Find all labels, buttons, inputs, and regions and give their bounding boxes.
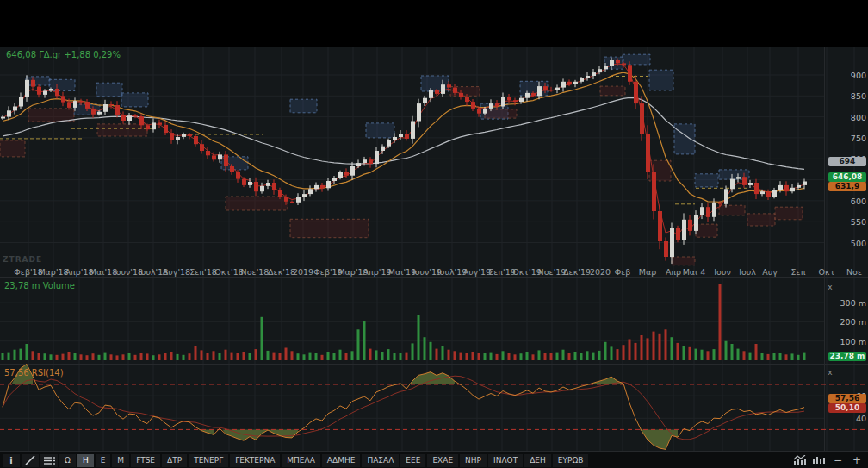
toolbar-button-ΠΑΣΑΛ[interactable]: ΠΑΣΑΛ [362,454,399,467]
trendline-tool-icon[interactable] [22,454,39,467]
price-axis-tick: 900 [830,71,866,80]
volume-axis-tick: 100 m [830,337,866,346]
time-axis-label: Νοε [830,267,868,277]
symbol-button-row: ΩΗΕΜFTSEΔΤΡΤΕΝΕΡΓΓΕΚΤΕΡΝΑΜΠΕΛΑΑΔΜΗΕΠΑΣΑΛ… [59,454,589,467]
toolbar-button-ΕΧΑΕ[interactable]: ΕΧΑΕ [427,454,458,467]
price-axis-tick: 600 [830,197,866,206]
price-axis-tick: 800 [830,113,866,122]
chart-canvas[interactable] [0,0,868,468]
toolbar-button-ΕΕΕ[interactable]: ΕΕΕ [400,454,425,467]
toolbar-button-Μ[interactable]: Μ [112,454,129,467]
toolbar-button-Η[interactable]: Η [78,454,94,467]
ma-slow-value-badge: 694 [828,157,866,166]
volume-axis-tick: 300 m [830,298,866,308]
toolbar-button-ΑΔΜΗΕ[interactable]: ΑΔΜΗΕ [322,454,361,467]
price-axis-tick: 750 [830,134,866,143]
info-icon[interactable]: i [3,454,20,467]
toolbar-button-ΔΕΗ[interactable]: ΔΕΗ [524,454,551,467]
volume-axis-tick: 200 m [830,317,866,327]
toolbar-button-Ω[interactable]: Ω [59,454,76,467]
rsi-value-badge: 57,56 [828,394,866,403]
zoom-out-button[interactable]: − [830,454,846,467]
symbol-quote-label: 646,08 ΓΔ.gr +1,88 0,29% [6,50,121,59]
rsi-panel-close-button[interactable]: x [825,368,835,377]
ztrade-watermark: ZTRADE [3,255,42,265]
toolbar-button-FTSE[interactable]: FTSE [131,454,160,467]
ma-mid-value-badge: 631,9 [828,182,866,191]
volume-panel-close-button[interactable]: x [825,283,835,291]
volume-indicator-label: 23,78 m Volume [4,281,75,290]
toolbar-button-ΜΠΕΛΑ[interactable]: ΜΠΕΛΑ [282,454,320,467]
bottom-toolbar: i ΩΗΕΜFTSEΔΤΡΤΕΝΕΡΓΓΕΚΤΕΡΝΑΜΠΕΛΑΑΔΜΗΕΠΑΣ… [0,452,868,468]
toolbar-button-ΕΥΡΩΒ[interactable]: ΕΥΡΩΒ [553,454,589,467]
rsi-axis-tick: 40 [830,414,866,423]
rsi-indicator-label: 57,56 RSI(14) [4,368,64,378]
combo-chart-icon[interactable] [791,454,809,467]
last-price-badge: 646,08 [828,172,866,182]
zoom-in-button[interactable]: + [849,454,865,467]
indicator-list-icon[interactable] [40,454,58,467]
rsi-ma-value-badge: 50,10 [828,403,866,413]
toolbar-button-Ε[interactable]: Ε [96,454,111,467]
toolbar-button-ΔΤΡ[interactable]: ΔΤΡ [162,454,187,467]
volume-value-badge: 23,78 m [828,352,866,361]
bar-chart-icon[interactable] [810,454,828,467]
toolbar-button-ΝΗΡ[interactable]: ΝΗΡ [460,454,487,467]
price-axis-tick: 850 [830,91,866,101]
toolbar-button-ΙΝΛΟΤ[interactable]: ΙΝΛΟΤ [488,454,523,467]
price-axis-tick: 550 [830,217,866,227]
toolbar-button-ΓΕΚΤΕΡΝΑ[interactable]: ΓΕΚΤΕΡΝΑ [230,454,280,467]
toolbar-button-ΤΕΝΕΡΓ[interactable]: ΤΕΝΕΡΓ [189,454,228,467]
price-axis-tick: 500 [830,239,866,248]
trading-app-window: 646,08 ΓΔ.gr +1,88 0,29% ZTRADE 23,78 m … [0,0,868,468]
